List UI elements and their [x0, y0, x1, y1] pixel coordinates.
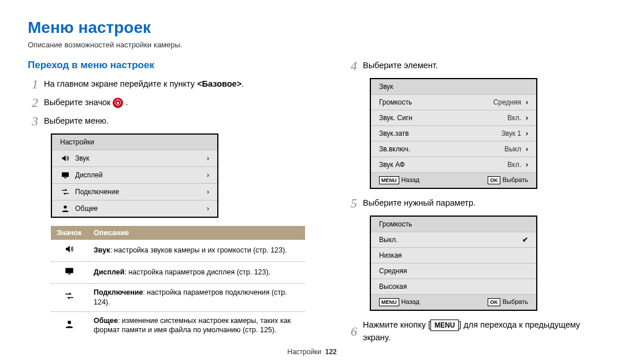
menu-badge: MENU [379, 176, 399, 184]
chevron-right-icon: › [526, 161, 528, 169]
svg-point-6 [68, 321, 71, 324]
page-description: Описание возможностей настройки камеры. [28, 40, 596, 49]
sound-row-beep[interactable]: Звук. СигнВкл.› [371, 110, 536, 125]
step-number-5: 5 [347, 197, 357, 210]
step-1: 1 На главном экране перейдите к пункту <… [28, 78, 305, 91]
menu-badge: MENU [379, 298, 399, 306]
chevron-right-icon: › [207, 154, 209, 162]
menu-item-display[interactable]: Дисплей › [52, 166, 217, 183]
table-row: Дисплей: настройка параметров дисплея (с… [51, 261, 305, 283]
step-6: 6 Нажмите кнопку [MENU] для перехода к п… [347, 319, 596, 344]
step-3-text: Выберите меню. [44, 115, 109, 128]
step-number-2: 2 [28, 96, 38, 109]
volume-menu-title: Громкость [379, 220, 412, 228]
display-icon [60, 170, 70, 180]
step-3: 3 Выберите меню. [28, 115, 305, 128]
menu-item-general[interactable]: Общее › [52, 200, 217, 217]
table-row: Общее: изменение системных настроек каме… [51, 311, 305, 339]
select-label: Выбрать [503, 176, 528, 183]
step-number-6: 6 [347, 325, 357, 338]
chevron-right-icon: › [526, 114, 528, 122]
chevron-right-icon: › [526, 129, 528, 138]
svg-rect-1 [62, 172, 69, 177]
volume-option-high[interactable]: Высокая [371, 278, 536, 294]
general-icon [60, 204, 70, 213]
select-label: Выбрать [503, 298, 528, 305]
page-title: Меню настроек [28, 18, 596, 37]
right-column: 4 Выберите элемент. Звук ГромкостьСредня… [347, 60, 596, 350]
step-2: 2 Выберите значок . [28, 96, 305, 109]
table-header-desc: Описание [88, 226, 305, 240]
svg-rect-2 [64, 177, 66, 178]
display-icon [64, 270, 75, 278]
connection-icon [60, 187, 70, 196]
volume-option-medium[interactable]: Средняя [371, 263, 536, 278]
step-1-text: На главном экране перейдите к пункту <Ба… [44, 78, 244, 91]
chevron-right-icon: › [526, 98, 528, 106]
device-sound-menu: Звук ГромкостьСредняя› Звук. СигнВкл.› З… [370, 78, 537, 189]
settings-icon [113, 98, 123, 108]
svg-point-3 [64, 206, 66, 209]
step-5: 5 Выберите нужный параметр. [347, 197, 596, 210]
svg-point-0 [117, 102, 119, 104]
volume-option-low[interactable]: Низкая [371, 247, 536, 263]
check-icon: ✔ [522, 236, 528, 244]
back-label: Назад [402, 176, 420, 183]
connection-icon [64, 295, 75, 303]
menu-item-connection[interactable]: Подключение › [52, 183, 217, 200]
sound-icon [64, 248, 75, 256]
sound-row-start[interactable]: Зв.включ.Выкл› [371, 141, 536, 157]
back-label: Назад [402, 298, 420, 305]
sound-icon [60, 154, 70, 163]
step-2-text: Выберите значок . [44, 96, 128, 109]
chevron-right-icon: › [207, 205, 209, 213]
sound-row-volume[interactable]: ГромкостьСредняя› [371, 94, 536, 110]
chevron-right-icon: › [207, 171, 209, 179]
device-settings-menu: Настройки Звук › Дисплей › [51, 133, 218, 218]
icon-description-table: Значок Описание Звук: настройка звуков к… [51, 226, 305, 339]
ok-badge: OK [488, 298, 500, 306]
table-header-icon: Значок [51, 226, 88, 240]
step-4-text: Выберите элемент. [363, 60, 438, 72]
step-4: 4 Выберите элемент. [347, 60, 596, 72]
step-6-text: Нажмите кнопку [MENU] для перехода к пре… [363, 319, 596, 344]
chevron-right-icon: › [207, 188, 209, 196]
step-5-text: Выберите нужный параметр. [363, 197, 476, 210]
device-menu-title: Настройки [52, 135, 217, 150]
volume-option-off[interactable]: Выкл.✔ [371, 232, 536, 247]
step-number-1: 1 [28, 78, 38, 91]
device-volume-menu: Громкость Выкл.✔ Низкая Средняя Высокая … [370, 216, 537, 311]
general-icon [64, 323, 75, 331]
sound-row-af[interactable]: Звук АФВкл.› [371, 157, 536, 172]
sound-row-shutter[interactable]: Звук.затвЗвук 1› [371, 125, 536, 141]
chevron-right-icon: › [526, 145, 528, 153]
svg-rect-4 [65, 268, 73, 273]
step-number-3: 3 [28, 115, 38, 128]
svg-rect-5 [68, 273, 71, 274]
ok-badge: OK [488, 176, 500, 184]
table-row: Подключение: настройка параметров подклю… [51, 283, 305, 311]
section-title: Переход в меню настроек [28, 60, 305, 71]
table-row: Звук: настройка звуков камеры и их громк… [51, 240, 305, 261]
menu-item-sound[interactable]: Звук › [52, 150, 217, 166]
page-footer: Настройки 122 [0, 348, 624, 356]
menu-key: MENU [430, 320, 459, 331]
left-column: Переход в меню настроек 1 На главном экр… [28, 60, 305, 350]
step-number-4: 4 [347, 60, 357, 72]
sound-menu-title: Звук [379, 83, 528, 91]
